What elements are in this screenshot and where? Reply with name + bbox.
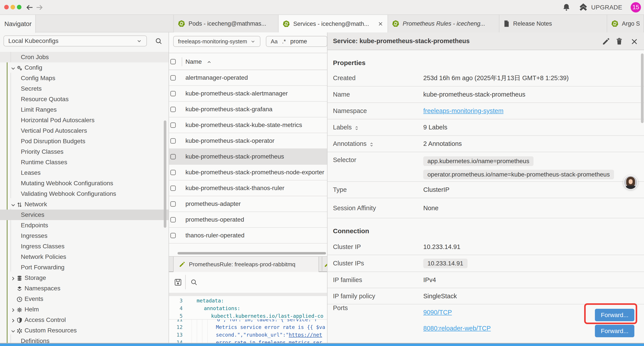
sidebar-item-resource-quotas[interactable]: Resource Quotas [0, 94, 169, 104]
sidebar-item-leases[interactable]: Leases [0, 168, 169, 178]
table-row[interactable]: prometheus-adapter [169, 196, 327, 212]
row-checkbox[interactable] [170, 75, 176, 81]
sidebar-item-network[interactable]: Network [0, 199, 169, 210]
select-all-checkbox[interactable] [170, 59, 176, 64]
forward-button[interactable] [35, 3, 44, 12]
tab-release-notes[interactable]: Release Notes [499, 15, 607, 32]
edit-icon[interactable] [602, 37, 610, 45]
sidebar-item-validating-webhook-configurations[interactable]: Validating Webhook Configurations [0, 189, 169, 199]
sidebar-item-services[interactable]: Services [0, 210, 169, 220]
sidebar-item-ingresses[interactable]: Ingresses [0, 231, 169, 241]
upgrade-button[interactable]: UPGRADE [591, 4, 622, 11]
chevron-down-icon[interactable] [10, 202, 16, 208]
property-label: Type [333, 186, 347, 193]
search-input[interactable]: Aa .* prome [266, 36, 327, 47]
sidebar-scrollbar[interactable] [164, 120, 166, 228]
chevron-down-icon[interactable] [10, 328, 16, 334]
sidebar-item-pod-disruption-budgets[interactable]: Pod Disruption Budgets [0, 136, 169, 146]
horizontal-scrollbar[interactable] [178, 252, 326, 255]
sidebar-item-events[interactable]: Events [0, 294, 169, 304]
upgrade-icon[interactable] [578, 3, 588, 12]
sidebar-item-namespaces[interactable]: Namespaces [0, 283, 169, 294]
table-row[interactable]: kube-prometheus-stack-grafana [169, 102, 327, 117]
editor-tab-prometheusrule[interactable]: PrometheusRule: freeleaps-prod-rabbitmq [173, 257, 319, 272]
port-link[interactable]: 9090/TCP [423, 309, 452, 316]
sidebar-item-ingress-classes[interactable]: Ingress Classes [0, 241, 169, 252]
port-link[interactable]: 8080:reloader-web/TCP [423, 325, 491, 332]
tab-argo-se[interactable]: Argo Se [607, 15, 644, 32]
kubeconfig-select[interactable]: Local Kubeconfigs [4, 35, 147, 46]
row-checkbox[interactable] [170, 107, 176, 112]
namespace-link[interactable]: freeleaps-monitoring-system [423, 107, 504, 114]
table-row[interactable]: kube-prometheus-stack-alertmanager [169, 86, 327, 102]
drawer-scrollbar[interactable] [641, 53, 644, 123]
sidebar-item-horizontal-pod-autoscalers[interactable]: Horizontal Pod Autoscalers [0, 115, 169, 125]
row-checkbox[interactable] [170, 201, 176, 207]
table-row[interactable]: kube-prometheus-stack-thanos-ruler [169, 180, 327, 196]
table-row[interactable]: prometheus-operated [169, 212, 327, 228]
table-row[interactable]: kube-prometheus-stack-prometheus [169, 149, 327, 165]
row-checkbox[interactable] [170, 138, 176, 144]
match-case-toggle[interactable]: Aa [271, 38, 278, 45]
minimize-window-button[interactable] [10, 5, 15, 9]
sidebar-item-cron-jobs[interactable]: Cron Jobs [0, 52, 169, 62]
chevron-right-icon[interactable] [10, 318, 16, 324]
expand-icon[interactable] [354, 125, 360, 131]
editor-search-icon[interactable] [190, 278, 198, 286]
table-row[interactable]: kube-prometheus-stack-operator [169, 133, 327, 149]
row-checkbox[interactable] [170, 122, 176, 128]
editor-tab-partial[interactable] [322, 257, 327, 272]
sidebar-item-network-policies[interactable]: Network Policies [0, 252, 169, 262]
row-checkbox[interactable] [170, 185, 176, 191]
sidebar-item-config[interactable]: Config [0, 62, 169, 73]
row-checkbox[interactable] [170, 154, 176, 159]
delete-icon[interactable] [615, 37, 624, 45]
tab-services-icecheng-math[interactable]: Services - icecheng@math... [278, 15, 388, 33]
sort-ascending-icon[interactable] [206, 59, 212, 65]
namespace-select[interactable]: freeleaps-monitoring-system [173, 36, 260, 47]
back-button[interactable] [25, 3, 34, 12]
chevron-right-icon[interactable] [10, 307, 16, 313]
sidebar-item-helm[interactable]: Helm [0, 304, 169, 315]
tab-pods-icecheng-mathmas[interactable]: Pods - icecheng@mathmas... [174, 15, 278, 32]
table-row[interactable]: alertmanager-operated [169, 70, 327, 86]
sidebar-item-vertical-pod-autoscalers[interactable]: Vertical Pod Autoscalers [0, 125, 169, 136]
row-checkbox[interactable] [170, 170, 176, 175]
expand-icon[interactable] [369, 142, 374, 147]
sidebar-item-secrets[interactable]: Secrets [0, 83, 169, 94]
sidebar-item-storage[interactable]: Storage [0, 273, 169, 283]
sidebar-item-definitions[interactable]: Definitions [0, 336, 169, 343]
sidebar-item-port-forwarding[interactable]: Port Forwarding [0, 262, 169, 273]
sidebar-item-custom-resources[interactable]: Custom Resources [0, 325, 169, 336]
chevron-down-icon[interactable] [10, 65, 16, 71]
sidebar-item-config-maps[interactable]: Config Maps [0, 73, 169, 83]
forward-button[interactable]: Forward... [595, 325, 634, 337]
table-row[interactable]: kube-prometheus-stack-kube-state-metrics [169, 117, 327, 133]
tab-prometheus-rules-icecheng[interactable]: Prometheus Rules - icecheng... [388, 15, 499, 32]
sidebar-item-endpoints[interactable]: Endpoints [0, 220, 169, 231]
close-window-button[interactable] [4, 5, 9, 9]
tab-navigator[interactable]: Navigator [0, 15, 36, 33]
table-row[interactable]: kube-prometheus-stack-prometheus-node-ex… [169, 165, 327, 180]
sidebar-item-runtime-classes[interactable]: Runtime Classes [0, 157, 169, 168]
sidebar-item-limit-ranges[interactable]: Limit Ranges [0, 104, 169, 115]
row-checkbox[interactable] [170, 233, 176, 238]
zoom-window-button[interactable] [17, 5, 22, 9]
avatar[interactable] [624, 175, 638, 190]
row-checkbox[interactable] [170, 217, 176, 223]
regex-toggle[interactable]: .* [282, 38, 286, 45]
table-row[interactable]: thanos-ruler-operated [169, 228, 327, 244]
row-checkbox[interactable] [170, 91, 176, 96]
close-tab-icon[interactable] [375, 21, 384, 27]
sidebar-item-mutating-webhook-configurations[interactable]: Mutating Webhook Configurations [0, 178, 169, 189]
notification-count-badge[interactable]: 15 [631, 2, 641, 12]
notifications-bell-icon[interactable] [562, 3, 571, 12]
chevron-right-icon[interactable] [10, 276, 16, 282]
save-icon[interactable] [174, 278, 182, 287]
yaml-editor[interactable]: 3metadata:4annotations:5kubectl.kubernet… [169, 296, 327, 343]
sidebar-item-access-control[interactable]: Access Control [0, 315, 169, 325]
column-header-name[interactable]: Name [186, 58, 202, 65]
sidebar-search-icon[interactable] [155, 37, 163, 45]
sidebar-item-priority-classes[interactable]: Priority Classes [0, 146, 169, 157]
close-icon[interactable] [630, 38, 638, 45]
